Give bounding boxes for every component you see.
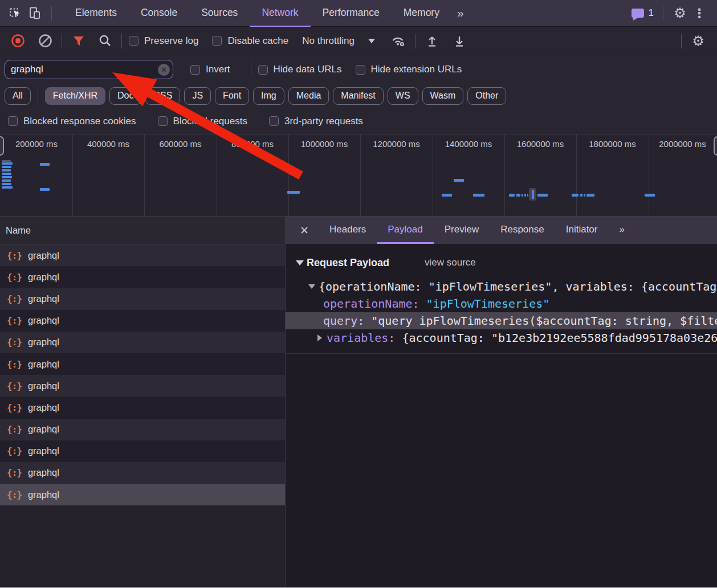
table-row[interactable]: {:}graphql	[0, 375, 285, 397]
request-name: graphql	[28, 381, 59, 391]
invert-toggle[interactable]: Invert	[190, 64, 230, 75]
timeline-bar	[40, 188, 50, 191]
request-name: graphql	[28, 359, 59, 370]
table-row[interactable]: {:}graphql	[0, 310, 285, 332]
table-row[interactable]: {:}graphql	[0, 332, 285, 353]
hide-extension-urls-toggle[interactable]: Hide extension URLs	[356, 64, 462, 75]
network-conditions-button[interactable]	[389, 31, 408, 51]
tab-performance[interactable]: Performance	[311, 0, 392, 27]
network-overview-timeline[interactable]: 200000 ms 400000 ms 600000 ms 800000 ms …	[0, 134, 717, 217]
table-row[interactable]: {:}graphql	[0, 397, 285, 418]
chip-fetch-xhr[interactable]: Fetch/XHR	[45, 87, 105, 105]
third-party-toggle[interactable]: 3rd-party requests	[269, 116, 363, 127]
table-row[interactable]: {:}graphql	[0, 462, 285, 484]
chip-js[interactable]: JS	[184, 87, 211, 105]
import-har-button[interactable]	[422, 31, 442, 51]
chip-img[interactable]: Img	[253, 87, 284, 105]
issues-count[interactable]: 1	[649, 7, 654, 19]
table-row-selected[interactable]: {:}graphql	[0, 484, 285, 505]
chip-media[interactable]: Media	[288, 87, 329, 105]
collapse-triangle-icon[interactable]	[296, 260, 304, 266]
chip-ws[interactable]: WS	[388, 87, 418, 105]
chip-font[interactable]: Font	[215, 87, 249, 105]
filter-input[interactable]	[11, 61, 153, 77]
json-request-icon: {:}	[7, 359, 22, 370]
name-column-header[interactable]: Name	[0, 217, 285, 244]
json-summary-line[interactable]: {operationName: "ipFlowTimeseries", vari…	[286, 278, 717, 295]
chip-manifest[interactable]: Manifest	[333, 87, 383, 105]
preserve-log-toggle[interactable]: Preserve log	[129, 35, 198, 47]
settings-gear-icon[interactable]	[670, 3, 690, 23]
tab-initiator[interactable]: Initiator	[555, 217, 609, 244]
timeline-bar	[580, 194, 582, 197]
tick-label: 1400000 ms	[433, 139, 504, 149]
table-row[interactable]: {:}graphql	[0, 353, 285, 375]
blocked-requests-checkbox[interactable]	[158, 116, 168, 126]
view-source-link[interactable]: view source	[425, 257, 476, 268]
chip-all[interactable]: All	[5, 87, 31, 105]
tab-payload[interactable]: Payload	[377, 217, 433, 244]
chip-wasm[interactable]: Wasm	[422, 87, 464, 105]
issues-message-icon[interactable]	[632, 9, 644, 18]
panel-tabs: Elements Console Sources Network Perform…	[63, 0, 469, 27]
chip-other[interactable]: Other	[467, 87, 506, 105]
tab-network[interactable]: Network	[250, 0, 310, 27]
disable-cache-toggle[interactable]: Disable cache	[212, 35, 288, 47]
dropdown-arrow-icon	[368, 39, 375, 47]
clear-filter-icon[interactable]	[158, 64, 170, 76]
tab-console[interactable]: Console	[129, 0, 189, 27]
throttling-select[interactable]: No throttling	[302, 35, 375, 47]
invert-checkbox[interactable]	[190, 65, 200, 75]
json-request-icon: {:}	[7, 489, 22, 500]
expand-triangle-icon[interactable]	[308, 284, 315, 289]
json-key: query:	[323, 312, 364, 329]
blocked-requests-toggle[interactable]: Blocked requests	[158, 116, 247, 127]
table-row[interactable]: {:}graphql	[0, 288, 285, 309]
json-line[interactable]: variables:{accountTag: "b12e3b2192ee5588…	[286, 329, 717, 346]
customize-menu-icon[interactable]	[690, 3, 709, 23]
inspect-element-icon[interactable]	[6, 3, 25, 23]
clear-log-button[interactable]	[35, 31, 55, 51]
divider	[415, 34, 415, 48]
search-button[interactable]	[95, 31, 115, 51]
preserve-log-checkbox[interactable]	[129, 36, 138, 46]
close-icon[interactable]	[295, 224, 314, 236]
tab-response[interactable]: Response	[490, 217, 555, 244]
filter-toggle-button[interactable]	[69, 31, 88, 51]
blocked-cookies-checkbox[interactable]	[8, 116, 18, 126]
device-toolbar-icon[interactable]	[25, 3, 44, 23]
invert-label: Invert	[206, 64, 230, 75]
disable-cache-checkbox[interactable]	[212, 36, 222, 46]
more-detail-tabs-icon[interactable]: »	[608, 217, 634, 244]
hide-data-urls-checkbox[interactable]	[258, 65, 268, 75]
hide-extension-urls-checkbox[interactable]	[356, 65, 365, 75]
overview-grip-left[interactable]	[0, 136, 4, 156]
more-tabs-icon[interactable]: »	[451, 0, 469, 27]
table-row[interactable]: {:}graphql	[0, 440, 285, 462]
third-party-checkbox[interactable]	[269, 116, 279, 126]
tab-elements[interactable]: Elements	[63, 0, 129, 27]
expand-right-triangle-icon[interactable]	[317, 334, 322, 341]
json-line[interactable]: operationName:"ipFlowTimeseries"	[286, 295, 717, 312]
record-button[interactable]	[8, 31, 27, 51]
table-row[interactable]: {:}graphql	[0, 419, 285, 440]
tab-preview[interactable]: Preview	[434, 217, 490, 244]
json-line-selected[interactable]: query:"query ipFlowTimeseries($accountTa…	[286, 312, 717, 329]
chip-css[interactable]: CSS	[145, 87, 180, 105]
export-har-button[interactable]	[450, 31, 469, 51]
filter-input-box	[5, 60, 173, 79]
hide-data-urls-toggle[interactable]: Hide data URLs	[258, 64, 342, 75]
divider	[286, 353, 717, 354]
table-row[interactable]: {:}graphql	[0, 244, 285, 266]
table-row[interactable]: {:}graphql	[0, 266, 285, 288]
tab-sources[interactable]: Sources	[189, 0, 250, 27]
divider	[51, 6, 52, 21]
tab-headers[interactable]: Headers	[319, 217, 377, 244]
overview-grip-right[interactable]	[714, 136, 717, 156]
chip-doc[interactable]: Doc	[109, 87, 141, 105]
blocked-cookies-toggle[interactable]: Blocked response cookies	[8, 116, 136, 127]
request-name: graphql	[28, 467, 59, 478]
json-request-icon: {:}	[7, 381, 22, 391]
tab-memory[interactable]: Memory	[392, 0, 451, 27]
network-settings-gear-icon[interactable]	[689, 31, 708, 51]
